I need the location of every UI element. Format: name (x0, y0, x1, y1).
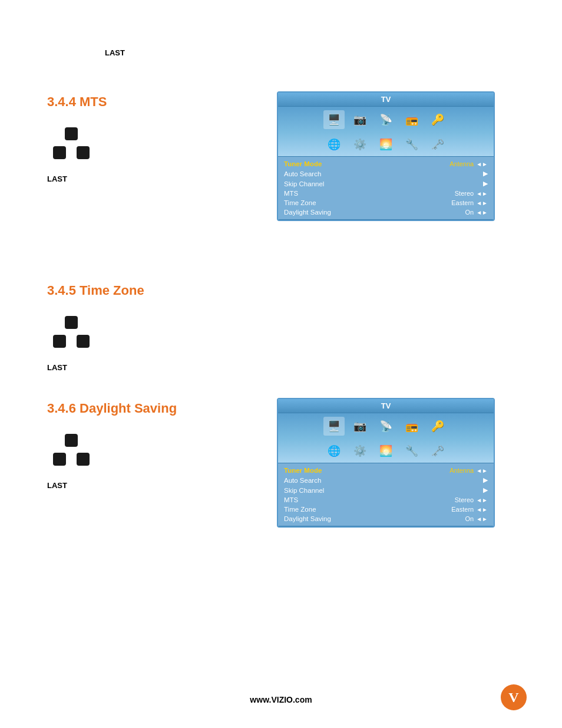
remote-up-button[interactable] (65, 127, 78, 140)
time-zone-value-346: Eastern ◄► (451, 506, 488, 513)
daylight-saving-label-346: Daylight Saving (284, 515, 331, 522)
time-zone-value: Eastern ◄► (451, 199, 488, 206)
camera-icon: 📷 (349, 110, 371, 129)
icon-small-346-5: 🗝️ (427, 442, 448, 460)
icon-small-346-2: ⚙️ (349, 442, 371, 460)
remote-diagram-344: LAST (47, 121, 165, 198)
remote-up-button-346[interactable] (65, 434, 78, 447)
mts-label-346: MTS (284, 496, 298, 503)
tuner-mode-label-346: Tuner Mode (284, 467, 322, 474)
skip-channel-arrow-346: ▶ (483, 486, 488, 494)
time-zone-label-346: Time Zone (284, 506, 316, 513)
tv-icon-346: 🖥️ (323, 417, 345, 436)
icon-small-346-3: 🌅 (375, 442, 396, 460)
menu-row-346-time-zone: Time Zone Eastern ◄► (284, 505, 488, 514)
section-346-heading: 3.4.6 Daylight Saving (47, 401, 177, 416)
section-344: 3.4.4 MTS LAST (47, 94, 165, 198)
tv-menu-346-bottom-bar: TV ◄► Select LAST Back (278, 526, 494, 528)
mts-label: MTS (284, 190, 298, 197)
satellite-icon-346: 📡 (375, 417, 396, 436)
skip-channel-label: Skip Channel (284, 180, 324, 187)
tv-menu-344-icons-bottom: 🌐 ⚙️ 🌅 🔧 🗝️ (278, 133, 494, 157)
menu-row-daylight-saving: Daylight Saving On ◄► (284, 207, 488, 217)
key-icon-346: 🔑 (427, 417, 448, 436)
auto-search-label: Auto Search (284, 170, 321, 177)
tv-menu-344: TV 🖥️ 📷 📡 📻 🔑 🌐 ⚙️ 🌅 🔧 🗝️ Tuner Mode Ant… (277, 91, 495, 221)
tv-icon: 🖥️ (323, 110, 345, 129)
menu-row-346-daylight-saving: Daylight Saving On ◄► (284, 514, 488, 523)
menu-row-346-mts: MTS Stereo ◄► (284, 495, 488, 505)
icon-small-346-1: 🌐 (323, 442, 345, 460)
antenna-icon-346: 📻 (401, 417, 422, 436)
remote-up-button-345[interactable] (65, 316, 78, 329)
remote-left-button-346[interactable] (53, 453, 66, 466)
time-zone-label: Time Zone (284, 199, 316, 206)
icon-small-4: 🔧 (401, 135, 422, 154)
daylight-saving-label: Daylight Saving (284, 209, 331, 216)
remote-right-button-345[interactable] (77, 335, 90, 348)
tuner-mode-value-346: Antenna ◄► (449, 467, 488, 474)
daylight-saving-value: On ◄► (465, 209, 488, 216)
remote-last-label-345: LAST (47, 363, 67, 372)
top-last-label: LAST (105, 48, 125, 57)
auto-search-arrow-346: ▶ (483, 476, 488, 484)
vizio-logo: V (501, 684, 527, 710)
mts-value: Stereo ◄► (455, 190, 488, 197)
section-345-heading: 3.4.5 Time Zone (47, 283, 165, 298)
tv-menu-344-title: TV (278, 93, 494, 107)
section-345: 3.4.5 Time Zone LAST (47, 283, 165, 387)
menu-row-346-auto-search: Auto Search ▶ (284, 475, 488, 485)
remote-diagram-346: LAST (47, 428, 165, 505)
remote-left-button-345[interactable] (53, 335, 66, 348)
skip-channel-arrow: ▶ (483, 180, 488, 187)
tuner-mode-label: Tuner Mode (284, 160, 322, 167)
daylight-saving-value-346: On ◄► (465, 515, 488, 522)
menu-row-346-tuner-mode: Tuner Mode Antenna ◄► (284, 466, 488, 475)
footer: www.VIZIO.com (0, 695, 562, 704)
icon-small-5: 🗝️ (427, 135, 448, 154)
mts-value-346: Stereo ◄► (455, 496, 488, 503)
tv-menu-344-icons-top: 🖥️ 📷 📡 📻 🔑 (278, 107, 494, 133)
icon-small-346-4: 🔧 (401, 442, 422, 460)
auto-search-label-346: Auto Search (284, 477, 321, 484)
remote-right-button-346[interactable] (77, 453, 90, 466)
icon-small-1: 🌐 (323, 135, 345, 154)
tv-menu-346: TV 🖥️ 📷 📡 📻 🔑 🌐 ⚙️ 🌅 🔧 🗝️ Tuner Mode Ant… (277, 398, 495, 528)
section-346: 3.4.6 Daylight Saving LAST (47, 401, 177, 505)
tv-menu-346-icons-top: 🖥️ 📷 📡 📻 🔑 (278, 413, 494, 439)
antenna-icon: 📻 (401, 110, 422, 129)
remote-last-label-346: LAST (47, 481, 67, 490)
remote-last-label-344: LAST (47, 174, 67, 183)
remote-diagram-345: LAST (47, 310, 165, 387)
auto-search-arrow: ▶ (483, 170, 488, 177)
camera-icon-346: 📷 (349, 417, 371, 436)
remote-left-button[interactable] (53, 146, 66, 159)
menu-row-auto-search: Auto Search ▶ (284, 169, 488, 179)
footer-url: www.VIZIO.com (250, 695, 312, 704)
satellite-icon: 📡 (375, 110, 396, 129)
remote-right-button[interactable] (77, 146, 90, 159)
menu-row-mts: MTS Stereo ◄► (284, 189, 488, 198)
menu-row-skip-channel: Skip Channel ▶ (284, 179, 488, 189)
skip-channel-label-346: Skip Channel (284, 487, 324, 494)
menu-row-time-zone: Time Zone Eastern ◄► (284, 198, 488, 207)
section-344-heading: 3.4.4 MTS (47, 94, 165, 110)
tv-menu-346-title: TV (278, 399, 494, 413)
icon-small-2: ⚙️ (349, 135, 371, 154)
key-icon: 🔑 (427, 110, 448, 129)
menu-row-346-skip-channel: Skip Channel ▶ (284, 485, 488, 495)
icon-small-3: 🌅 (375, 135, 396, 154)
tv-menu-344-body: Tuner Mode Antenna ◄► Auto Search ▶ Skip… (278, 157, 494, 219)
menu-row-tuner-mode: Tuner Mode Antenna ◄► (284, 159, 488, 169)
tv-menu-346-body: Tuner Mode Antenna ◄► Auto Search ▶ Skip… (278, 463, 494, 526)
vizio-logo-letter: V (508, 690, 518, 706)
tv-menu-346-icons-bottom: 🌐 ⚙️ 🌅 🔧 🗝️ (278, 439, 494, 463)
tv-menu-344-bottom-bar: TV ◄► Select LAST Back (278, 219, 494, 221)
tuner-mode-value: Antenna ◄► (449, 160, 488, 167)
